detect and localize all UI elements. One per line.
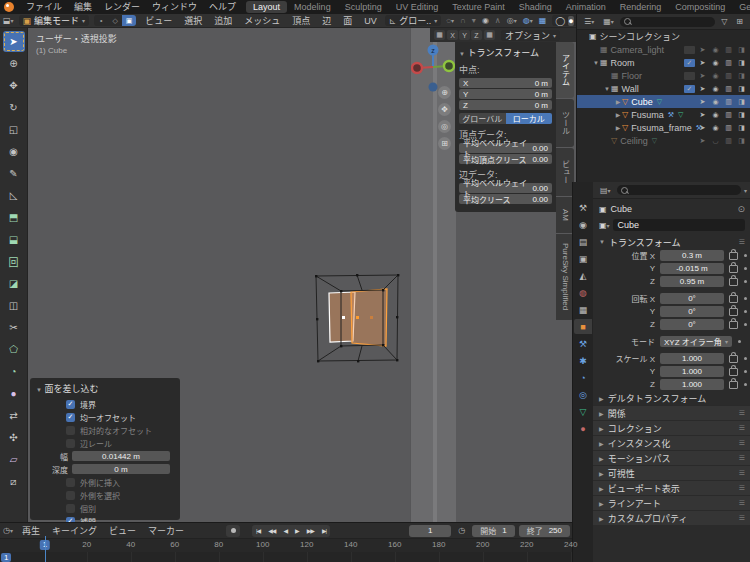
rotation-mode-dropdown[interactable]: XYZ オイラー角▾ [660, 336, 732, 347]
collapsed-panel-カスタムプロパティ[interactable]: ▶カスタムプロパティ☰ [593, 510, 750, 525]
snap-magnet-icon[interactable]: ∩ [457, 16, 469, 25]
prev-keyframe-button[interactable]: ◀◀ [264, 527, 279, 534]
properties-tab-render[interactable]: ◉ [574, 217, 592, 232]
viewport-menu-追加[interactable]: 追加 [208, 14, 238, 28]
options-dropdown[interactable]: オプション ▾ [501, 30, 560, 41]
properties-tab-particles[interactable]: ✱ [574, 353, 592, 368]
properties-tab-collection[interactable]: ▦ [574, 302, 592, 317]
properties-tab-output[interactable]: ▤ [574, 234, 592, 249]
collapsed-panel-モーションパス[interactable]: ▶モーションパス☰ [593, 450, 750, 465]
eye-icon[interactable]: ◉ [710, 85, 721, 93]
value-field-Z[interactable]: 1.000 [660, 379, 724, 390]
properties-tab-scene[interactable]: ◭ [574, 268, 592, 283]
timeline-editor-icon[interactable]: ◷▾ [0, 526, 16, 535]
viewport-menu-UV[interactable]: UV [358, 14, 383, 28]
expand-arrow-icon[interactable]: ▶ [614, 124, 622, 131]
auto-keying-button[interactable] [226, 525, 240, 537]
selectable-icon[interactable]: ➤ [697, 98, 708, 106]
jump-to-start-button[interactable]: |◀ [252, 527, 264, 534]
workspace-tab-Animation[interactable]: Animation [559, 1, 613, 13]
viewport-menu-頂点[interactable]: 頂点 [286, 14, 316, 28]
properties-tab-object[interactable]: ■ [574, 319, 592, 334]
wireframe-shading-icon[interactable]: ◯ [555, 16, 565, 26]
perspective-toggle-icon[interactable]: ⊞ [438, 137, 451, 150]
topbar-menu-ウィンドウ[interactable]: ウィンドウ [146, 0, 203, 14]
outliner-row-Ceiling[interactable]: ▽Ceiling▽➤◡▥◨ [577, 134, 750, 147]
playhead-line[interactable] [45, 536, 46, 562]
delta-transform-panel[interactable]: ▶デルタトランスフォーム [593, 391, 750, 405]
keyframe-dot-icon[interactable] [744, 280, 747, 283]
sidebar-tab-ツール[interactable]: ツール [556, 99, 574, 147]
gizmo-negative-z-axis[interactable] [429, 83, 438, 92]
collection-checkbox[interactable]: ✓ [684, 59, 695, 67]
workspace-tab-Modeling[interactable]: Modeling [287, 1, 338, 13]
next-keyframe-button[interactable]: ▶▶ [303, 527, 318, 534]
current-frame-field[interactable]: 1 [409, 525, 451, 537]
field-深度[interactable]: 0 m [72, 464, 170, 474]
edge-data-field[interactable]: 平均ベベルウェイト0.00 [459, 183, 552, 193]
viewport-display-icon[interactable]: ▥ [723, 111, 734, 119]
checkbox-個別[interactable] [66, 504, 75, 513]
outliner-options-icon[interactable]: ⊞ [733, 17, 746, 26]
solid-shading-icon[interactable]: ● [568, 16, 573, 26]
collapsed-panel-コレクション[interactable]: ▶コレクション☰ [593, 420, 750, 435]
transform-orientation-dropdown[interactable]: ⊾ グロー.. ▾ [385, 15, 442, 26]
eye-icon[interactable]: ◉ [710, 46, 721, 54]
snap-target-dropdown[interactable]: ▾ [469, 16, 479, 25]
field-幅[interactable]: 0.01442 m [72, 451, 170, 461]
play-reverse-button[interactable]: ◀ [279, 527, 291, 534]
space-toggle-グローバル[interactable]: グローバル [459, 113, 506, 124]
workspace-tab-Shading[interactable]: Shading [512, 1, 559, 13]
zoom-icon[interactable]: ⊕ [438, 86, 451, 99]
end-frame-field[interactable]: 終了250 [519, 525, 570, 537]
render-icon[interactable]: ◨ [736, 85, 747, 93]
properties-tab-tool[interactable]: ⚒ [574, 200, 592, 215]
selectable-icon[interactable]: ➤ [697, 85, 708, 93]
tool-extrude[interactable]: ⬓ [3, 229, 25, 250]
viewport-display-icon[interactable]: ▥ [723, 46, 734, 54]
keyframe-dot-icon[interactable] [744, 357, 747, 360]
tool-poly-build[interactable]: ⬠ [3, 339, 25, 360]
viewport-display-icon[interactable]: ▥ [723, 124, 734, 132]
keyframe-dot-icon[interactable] [738, 340, 741, 343]
timeline-menu-キーイング[interactable]: キーイング [46, 524, 103, 538]
selectable-icon[interactable]: ➤ [697, 46, 708, 54]
falloff-curve-icon[interactable]: ∧ [492, 16, 504, 25]
keyframe-dot-icon[interactable] [744, 254, 747, 257]
tool-transform[interactable]: ◉ [3, 141, 25, 162]
collapsed-panel-可視性[interactable]: ▶可視性☰ [593, 465, 750, 480]
properties-editor-icon[interactable]: ▤▾ [597, 186, 614, 195]
vertex-data-field[interactable]: 平均頂点クリース0.00 [459, 154, 552, 164]
keyframe-dot-icon[interactable] [744, 370, 747, 373]
lock-open-icon[interactable] [729, 381, 738, 389]
value-field-回転 X[interactable]: 0° [660, 293, 724, 304]
outliner-row-Wall[interactable]: ▼▦Wall✓➤◉▥◨ [577, 82, 750, 95]
tool-shrink-fatten[interactable]: ✣ [3, 427, 25, 448]
outliner-row-Fusuma[interactable]: ▶▽Fusuma⚒▽➤◉▥◨ [577, 108, 750, 121]
edge-data-field[interactable]: 平均クリース0.00 [459, 194, 552, 204]
tool-smooth[interactable]: ● [3, 383, 25, 404]
mirror-axis-Z[interactable]: Z [471, 30, 482, 40]
use-preview-range-icon[interactable]: ◷ [455, 526, 468, 535]
timeline-menu-再生[interactable]: 再生 [16, 524, 46, 538]
expand-arrow-icon[interactable]: ▼ [592, 60, 600, 66]
collection-checkbox[interactable]: ✓ [684, 85, 695, 93]
properties-tab-view-layer[interactable]: ▣ [574, 251, 592, 266]
properties-tab-material[interactable]: ● [574, 421, 592, 436]
panel-header[interactable]: ▼ トランスフォーム [459, 46, 552, 59]
pan-hand-icon[interactable]: ✥ [438, 103, 451, 116]
value-field-Z[interactable]: 0° [660, 319, 724, 330]
jump-to-end-button[interactable]: ▶| [318, 527, 330, 534]
selectable-icon[interactable]: ➤ [697, 137, 708, 145]
properties-tab-modifiers[interactable]: ⚒ [574, 336, 592, 351]
render-icon[interactable]: ◨ [736, 124, 747, 132]
vertex-data-field[interactable]: 平均ベベルウェイト0.00 [459, 143, 552, 153]
value-field-Z[interactable]: 0.95 m [660, 276, 724, 287]
timeline-menu-ビュー[interactable]: ビュー [103, 524, 142, 538]
viewport-menu-面[interactable]: 面 [337, 14, 358, 28]
checkbox-境界[interactable]: ✓ [66, 400, 75, 409]
tool-move[interactable]: ✥ [3, 75, 25, 96]
editor-type-icon[interactable]: ⬓▾ [0, 16, 17, 25]
tool-bevel[interactable]: ◪ [3, 273, 25, 294]
tool-rip-region[interactable]: ⧄ [3, 471, 25, 492]
